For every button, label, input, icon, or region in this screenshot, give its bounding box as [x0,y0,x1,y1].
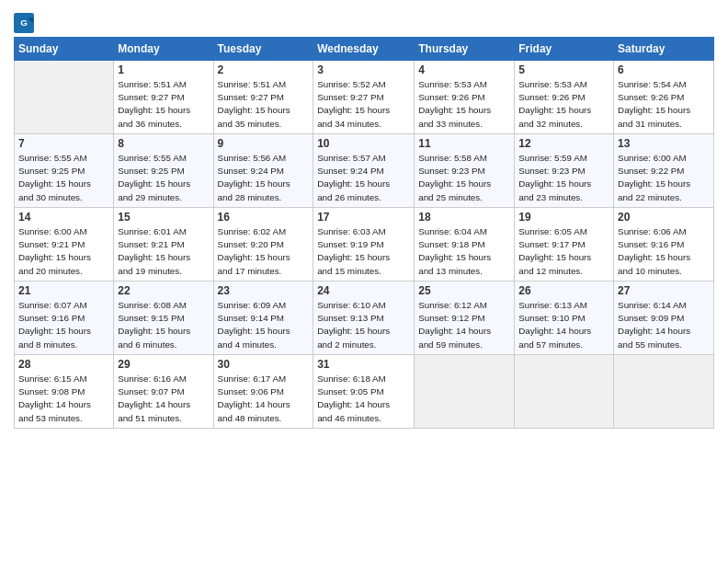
calendar-cell: 27Sunrise: 6:14 AM Sunset: 9:09 PM Dayli… [614,282,714,355]
day-info: Sunrise: 6:03 AM Sunset: 9:19 PM Dayligh… [317,225,410,278]
day-number: 29 [118,358,209,371]
calendar-cell: 12Sunrise: 5:59 AM Sunset: 9:23 PM Dayli… [515,134,614,208]
weekday-header: Tuesday [213,38,313,61]
day-info: Sunrise: 6:15 AM Sunset: 9:08 PM Dayligh… [18,373,109,425]
calendar-cell: 7Sunrise: 5:55 AM Sunset: 9:25 PM Daylig… [15,134,114,208]
day-info: Sunrise: 6:00 AM Sunset: 9:22 PM Dayligh… [618,152,710,204]
day-number: 16 [218,211,310,224]
calendar-cell: 4Sunrise: 5:53 AM Sunset: 9:26 PM Daylig… [415,61,515,134]
calendar-week-row: 21Sunrise: 6:07 AM Sunset: 9:16 PM Dayli… [15,282,714,355]
day-info: Sunrise: 5:51 AM Sunset: 9:27 PM Dayligh… [218,78,310,131]
day-info: Sunrise: 6:09 AM Sunset: 9:14 PM Dayligh… [218,299,310,351]
calendar-cell: 16Sunrise: 6:02 AM Sunset: 9:20 PM Dayli… [213,208,313,282]
day-number: 27 [618,284,710,297]
calendar-cell: 15Sunrise: 6:01 AM Sunset: 9:21 PM Dayli… [114,208,213,282]
day-info: Sunrise: 5:55 AM Sunset: 9:25 PM Dayligh… [18,152,109,204]
weekday-header: Wednesday [313,38,415,61]
logo-icon: G [14,13,34,33]
calendar-cell: 14Sunrise: 6:00 AM Sunset: 9:21 PM Dayli… [15,208,114,282]
calendar-cell: 23Sunrise: 6:09 AM Sunset: 9:14 PM Dayli… [213,282,313,355]
calendar-cell: 2Sunrise: 5:51 AM Sunset: 9:27 PM Daylig… [213,61,313,134]
day-number: 13 [618,137,710,150]
day-info: Sunrise: 5:59 AM Sunset: 9:23 PM Dayligh… [518,152,609,204]
day-info: Sunrise: 6:12 AM Sunset: 9:12 PM Dayligh… [418,299,510,351]
day-info: Sunrise: 6:06 AM Sunset: 9:16 PM Dayligh… [618,225,710,278]
calendar-cell [515,355,614,429]
weekday-header: Saturday [614,38,714,61]
day-number: 26 [518,284,609,297]
calendar-cell: 10Sunrise: 5:57 AM Sunset: 9:24 PM Dayli… [313,134,415,208]
calendar-cell: 8Sunrise: 5:55 AM Sunset: 9:25 PM Daylig… [114,134,213,208]
day-info: Sunrise: 5:51 AM Sunset: 9:27 PM Dayligh… [118,78,209,131]
calendar-cell [15,61,114,134]
day-info: Sunrise: 6:07 AM Sunset: 9:16 PM Dayligh… [18,299,109,351]
day-number: 30 [218,358,310,371]
calendar-cell: 29Sunrise: 6:16 AM Sunset: 9:07 PM Dayli… [114,355,213,429]
calendar-cell [415,355,515,429]
logo: G [14,13,36,33]
day-number: 20 [618,211,710,224]
day-number: 1 [118,63,209,76]
calendar-cell: 21Sunrise: 6:07 AM Sunset: 9:16 PM Dayli… [15,282,114,355]
weekday-header: Sunday [15,38,114,61]
calendar-cell: 24Sunrise: 6:10 AM Sunset: 9:13 PM Dayli… [313,282,415,355]
calendar-cell [614,355,714,429]
day-info: Sunrise: 6:01 AM Sunset: 9:21 PM Dayligh… [118,225,209,278]
day-number: 25 [418,284,510,297]
day-info: Sunrise: 6:00 AM Sunset: 9:21 PM Dayligh… [18,225,109,278]
calendar-week-row: 28Sunrise: 6:15 AM Sunset: 9:08 PM Dayli… [15,355,714,429]
day-number: 17 [317,211,410,224]
calendar-week-row: 1Sunrise: 5:51 AM Sunset: 9:27 PM Daylig… [15,61,714,134]
day-info: Sunrise: 5:52 AM Sunset: 9:27 PM Dayligh… [317,78,410,131]
day-info: Sunrise: 6:18 AM Sunset: 9:05 PM Dayligh… [317,373,410,425]
day-number: 31 [317,358,410,371]
day-info: Sunrise: 5:55 AM Sunset: 9:25 PM Dayligh… [118,152,209,204]
day-number: 24 [317,284,410,297]
day-number: 11 [418,137,510,150]
calendar-cell: 31Sunrise: 6:18 AM Sunset: 9:05 PM Dayli… [313,355,415,429]
calendar-table: SundayMondayTuesdayWednesdayThursdayFrid… [14,37,714,429]
calendar-cell: 11Sunrise: 5:58 AM Sunset: 9:23 PM Dayli… [415,134,515,208]
calendar-cell: 20Sunrise: 6:06 AM Sunset: 9:16 PM Dayli… [614,208,714,282]
calendar-cell: 3Sunrise: 5:52 AM Sunset: 9:27 PM Daylig… [313,61,415,134]
weekday-header: Thursday [415,38,515,61]
day-info: Sunrise: 6:16 AM Sunset: 9:07 PM Dayligh… [118,373,209,425]
calendar-cell: 22Sunrise: 6:08 AM Sunset: 9:15 PM Dayli… [114,282,213,355]
day-number: 28 [18,358,109,371]
weekday-header: Monday [114,38,213,61]
day-info: Sunrise: 6:10 AM Sunset: 9:13 PM Dayligh… [317,299,410,351]
calendar-week-row: 14Sunrise: 6:00 AM Sunset: 9:21 PM Dayli… [15,208,714,282]
day-number: 19 [518,211,609,224]
day-info: Sunrise: 5:53 AM Sunset: 9:26 PM Dayligh… [518,78,609,131]
weekday-header: Friday [515,38,614,61]
calendar-cell: 9Sunrise: 5:56 AM Sunset: 9:24 PM Daylig… [213,134,313,208]
calendar-week-row: 7Sunrise: 5:55 AM Sunset: 9:25 PM Daylig… [15,134,714,208]
day-info: Sunrise: 5:57 AM Sunset: 9:24 PM Dayligh… [317,152,410,204]
calendar-cell: 26Sunrise: 6:13 AM Sunset: 9:10 PM Dayli… [515,282,614,355]
day-number: 12 [518,137,609,150]
day-number: 21 [18,284,109,297]
header: G [14,9,714,33]
day-number: 5 [518,63,609,76]
day-number: 8 [118,137,209,150]
day-number: 2 [218,63,310,76]
calendar-cell: 1Sunrise: 5:51 AM Sunset: 9:27 PM Daylig… [114,61,213,134]
day-number: 10 [317,137,410,150]
calendar-cell: 25Sunrise: 6:12 AM Sunset: 9:12 PM Dayli… [415,282,515,355]
day-number: 15 [118,211,209,224]
day-number: 14 [18,211,109,224]
svg-text:G: G [20,17,28,28]
calendar-cell: 5Sunrise: 5:53 AM Sunset: 9:26 PM Daylig… [515,61,614,134]
day-number: 4 [418,63,510,76]
calendar-cell: 19Sunrise: 6:05 AM Sunset: 9:17 PM Dayli… [515,208,614,282]
day-info: Sunrise: 5:53 AM Sunset: 9:26 PM Dayligh… [418,78,510,131]
calendar-cell: 6Sunrise: 5:54 AM Sunset: 9:26 PM Daylig… [614,61,714,134]
calendar-cell: 17Sunrise: 6:03 AM Sunset: 9:19 PM Dayli… [313,208,415,282]
day-info: Sunrise: 6:17 AM Sunset: 9:06 PM Dayligh… [218,373,310,425]
day-number: 7 [18,137,109,150]
calendar-cell: 30Sunrise: 6:17 AM Sunset: 9:06 PM Dayli… [213,355,313,429]
main-container: G SundayMondayTuesdayWednesdayThursdayFr… [0,0,728,438]
day-number: 18 [418,211,510,224]
day-info: Sunrise: 6:02 AM Sunset: 9:20 PM Dayligh… [218,225,310,278]
calendar-cell: 28Sunrise: 6:15 AM Sunset: 9:08 PM Dayli… [15,355,114,429]
